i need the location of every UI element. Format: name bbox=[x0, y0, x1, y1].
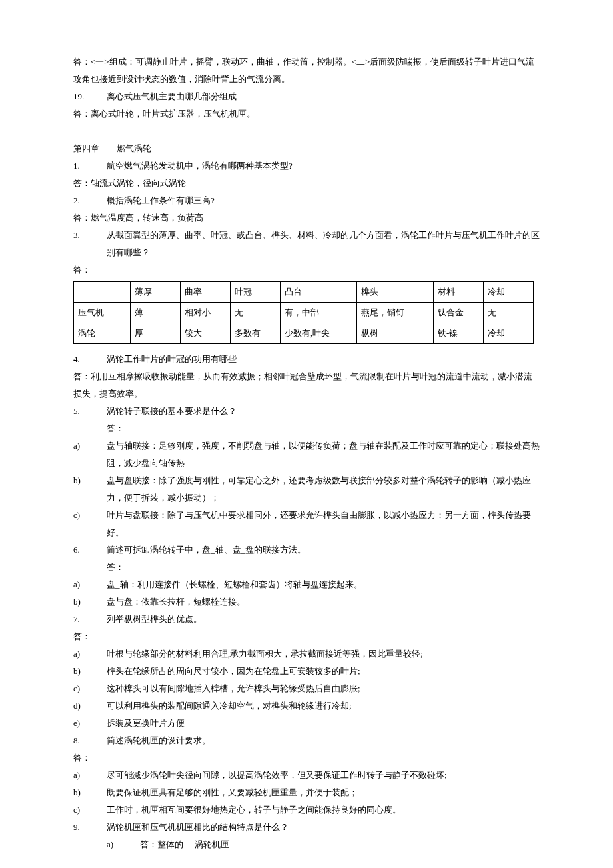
table-cell: 曲率 bbox=[181, 282, 231, 303]
question-6: 6. 简述可拆卸涡轮转子中，盘_轴、盘_盘的联接方法。 bbox=[73, 541, 540, 559]
question-9: 9. 涡轮机匣和压气机机匣相比的结构特点是什么？ bbox=[73, 819, 540, 836]
list-item: a) 盘与轴联接：足够刚度，强度，不削弱盘与轴，以便能传负荷；盘与轴在装配及工作… bbox=[73, 437, 540, 472]
table-cell: 冷却 bbox=[484, 282, 534, 303]
question-number: 19. bbox=[73, 88, 107, 105]
table-cell: 枞树 bbox=[357, 323, 434, 344]
question-5: 5. 涡轮转子联接的基本要求是什么？ bbox=[73, 403, 540, 420]
table-cell: 铁-镍 bbox=[434, 323, 484, 344]
item-label: c) bbox=[73, 801, 107, 819]
item-text: 盘_轴：利用连接件（长螺栓、短螺栓和套齿）将轴与盘连接起来。 bbox=[107, 576, 362, 593]
question-text: 列举枞树型榫头的优点。 bbox=[107, 611, 202, 628]
table-cell: 钛合金 bbox=[434, 303, 484, 323]
chapter-title: 第四章 燃气涡轮 bbox=[73, 140, 540, 157]
table-cell: 涡轮 bbox=[74, 323, 131, 344]
item-text: 盘与轴联接：足够刚度，强度，不削弱盘与轴，以便能传负荷；盘与轴在装配及工作时应可… bbox=[107, 437, 540, 472]
list-item: b) 榫头在轮缘所占的周向尺寸较小，因为在轮盘上可安装较多的叶片; bbox=[73, 663, 540, 680]
question-1: 1. 航空燃气涡轮发动机中，涡轮有哪两种基本类型? bbox=[73, 157, 540, 175]
table-cell: 燕尾，销钉 bbox=[357, 303, 434, 323]
question-number: 5. bbox=[73, 403, 107, 420]
question-text: 涡轮机匣和压气机机匣相比的结构特点是什么？ bbox=[107, 819, 289, 836]
list-item: c) 工作时，机匣相互间要很好地热定心，转子与静子之间能保持良好的同心度。 bbox=[73, 801, 540, 819]
answer-2: 答：燃气温度高，转速高，负荷高 bbox=[73, 209, 540, 227]
table-cell: 薄厚 bbox=[131, 282, 181, 303]
question-19: 19. 离心式压气机主要由哪几部分组成 bbox=[73, 88, 540, 105]
answer-1: 答：轴流式涡轮，径向式涡轮 bbox=[73, 175, 540, 192]
question-text: 简述涡轮机匣的设计要求。 bbox=[107, 732, 211, 749]
item-text: 盘与盘联接：除了强度与刚性，可靠定心之外，还要考虑级数与联接部分较多对整个涡轮转… bbox=[107, 472, 540, 507]
question-text: 涡轮工作叶片的叶冠的功用有哪些 bbox=[107, 351, 237, 368]
item-text: 盘与盘：依靠长拉杆，短螺栓连接。 bbox=[107, 593, 245, 611]
question-text: 从截面翼型的薄厚、曲率、叶冠、或凸台、榫头、材料、冷却的几个方面看，涡轮工作叶片… bbox=[107, 227, 540, 261]
question-number: 1. bbox=[73, 157, 107, 175]
item-label: d) bbox=[73, 697, 107, 715]
item-label: b) bbox=[73, 593, 107, 611]
question-text: 离心式压气机主要由哪几部分组成 bbox=[107, 88, 237, 105]
item-label: c) bbox=[73, 507, 107, 541]
list-item: b) 盘与盘：依靠长拉杆，短螺栓连接。 bbox=[73, 593, 540, 611]
list-item: a) 叶根与轮缘部分的材料利用合理,承力截面积大，承拉截面接近等强，因此重量较轻… bbox=[73, 645, 540, 663]
item-text: 叶片与盘联接：除了与压气机中要求相同外，还要求允许榫头自由膨胀，以减小热应力；另… bbox=[107, 507, 540, 541]
question-text: 涡轮转子联接的基本要求是什么？ bbox=[107, 403, 237, 420]
question-4: 4. 涡轮工作叶片的叶冠的功用有哪些 bbox=[73, 351, 540, 368]
item-text: 可以利用榫头的装配间隙通入冷却空气，对榫头和轮缘进行冷却; bbox=[107, 697, 352, 715]
answer-3: 答： bbox=[73, 261, 540, 279]
table-cell: 材料 bbox=[434, 282, 484, 303]
list-item: c) 叶片与盘联接：除了与压气机中要求相同外，还要求允许榫头自由膨胀，以减小热应… bbox=[73, 507, 540, 541]
answer-4: 答：利用互相摩擦吸收振动能量，从而有效减振；相邻叶冠合壁成环型，气流限制在叶片与… bbox=[73, 368, 540, 403]
table-cell: 薄 bbox=[131, 303, 181, 323]
table-cell bbox=[74, 282, 131, 303]
list-item: a) 盘_轴：利用连接件（长螺栓、短螺栓和套齿）将轴与盘连接起来。 bbox=[73, 576, 540, 593]
question-text: 航空燃气涡轮发动机中，涡轮有哪两种基本类型? bbox=[107, 157, 293, 175]
item-text: 叶根与轮缘部分的材料利用合理,承力截面积大，承拉截面接近等强，因此重量较轻; bbox=[107, 645, 423, 663]
table-cell: 多数有 bbox=[231, 323, 281, 344]
table-row: 压气机 薄 相对小 无 有，中部 燕尾，销钉 钛合金 无 bbox=[74, 303, 534, 323]
answer-label: 答： bbox=[73, 749, 540, 767]
answer-text: 答：<一>组成：可调静止叶片，摇臂，联动环，曲轴，作动筒，控制器。<二>后面级防… bbox=[73, 53, 540, 88]
question-8: 8. 简述涡轮机匣的设计要求。 bbox=[73, 732, 540, 749]
item-label: a) bbox=[73, 767, 107, 784]
item-label: a) bbox=[73, 437, 107, 472]
table-cell: 无 bbox=[231, 303, 281, 323]
item-text: 拆装及更换叶片方便 bbox=[107, 715, 185, 732]
comparison-table: 薄厚 曲率 叶冠 凸台 榫头 材料 冷却 压气机 薄 相对小 无 有，中部 燕尾… bbox=[73, 281, 534, 344]
item-text: 这种榫头可以有间隙地插入榫槽，允许榫头与轮缘受热后自由膨胀; bbox=[107, 680, 360, 697]
item-label: b) bbox=[73, 663, 107, 680]
table-cell: 有，中部 bbox=[281, 303, 357, 323]
table-cell: 凸台 bbox=[281, 282, 357, 303]
question-number: 6. bbox=[73, 541, 107, 559]
item-label: a) bbox=[107, 836, 140, 853]
table-cell: 相对小 bbox=[181, 303, 231, 323]
table-row: 涡轮 厚 较大 多数有 少数有,叶尖 枞树 铁-镍 冷却 bbox=[74, 323, 534, 344]
list-item: c) 这种榫头可以有间隙地插入榫槽，允许榫头与轮缘受热后自由膨胀; bbox=[73, 680, 540, 697]
question-3: 3. 从截面翼型的薄厚、曲率、叶冠、或凸台、榫头、材料、冷却的几个方面看，涡轮工… bbox=[73, 227, 540, 261]
table-cell: 无 bbox=[484, 303, 534, 323]
item-text: 工作时，机匣相互间要很好地热定心，转子与静子之间能保持良好的同心度。 bbox=[107, 801, 401, 819]
table-cell: 少数有,叶尖 bbox=[281, 323, 357, 344]
table-cell: 榫头 bbox=[357, 282, 434, 303]
table-cell: 叶冠 bbox=[231, 282, 281, 303]
list-item: e) 拆装及更换叶片方便 bbox=[73, 715, 540, 732]
item-label: a) bbox=[73, 576, 107, 593]
table-row: 薄厚 曲率 叶冠 凸台 榫头 材料 冷却 bbox=[74, 282, 534, 303]
question-number: 4. bbox=[73, 351, 107, 368]
list-item: d) 可以利用榫头的装配间隙通入冷却空气，对榫头和轮缘进行冷却; bbox=[73, 697, 540, 715]
item-label: b) bbox=[73, 784, 107, 801]
item-text: 答：整体的----涡轮机匣 bbox=[140, 836, 229, 853]
answer-label: 答： bbox=[73, 420, 540, 437]
question-number: 7. bbox=[73, 611, 107, 628]
question-number: 8. bbox=[73, 732, 107, 749]
question-number: 9. bbox=[73, 819, 107, 836]
list-item: a) 答：整体的----涡轮机匣 bbox=[73, 836, 540, 853]
item-text: 既要保证机匣具有足够的刚性，又要减轻机匣重量，并便于装配； bbox=[107, 784, 358, 801]
list-item: b) 既要保证机匣具有足够的刚性，又要减轻机匣重量，并便于装配； bbox=[73, 784, 540, 801]
item-text: 尽可能减少涡轮叶尖径向间隙，以提高涡轮效率，但又要保证工作时转子与静子不致碰坏; bbox=[107, 767, 447, 784]
question-text: 简述可拆卸涡轮转子中，盘_轴、盘_盘的联接方法。 bbox=[107, 541, 306, 559]
question-text: 概括涡轮工作条件有哪三高? bbox=[107, 192, 215, 209]
item-text: 榫头在轮缘所占的周向尺寸较小，因为在轮盘上可安装较多的叶片; bbox=[107, 663, 360, 680]
item-label: e) bbox=[73, 715, 107, 732]
table-cell: 较大 bbox=[181, 323, 231, 344]
answer-label: 答： bbox=[73, 559, 540, 576]
question-2: 2. 概括涡轮工作条件有哪三高? bbox=[73, 192, 540, 209]
item-label: b) bbox=[73, 472, 107, 507]
answer-19: 答：离心式叶轮，叶片式扩压器，压气机机匣。 bbox=[73, 105, 540, 123]
